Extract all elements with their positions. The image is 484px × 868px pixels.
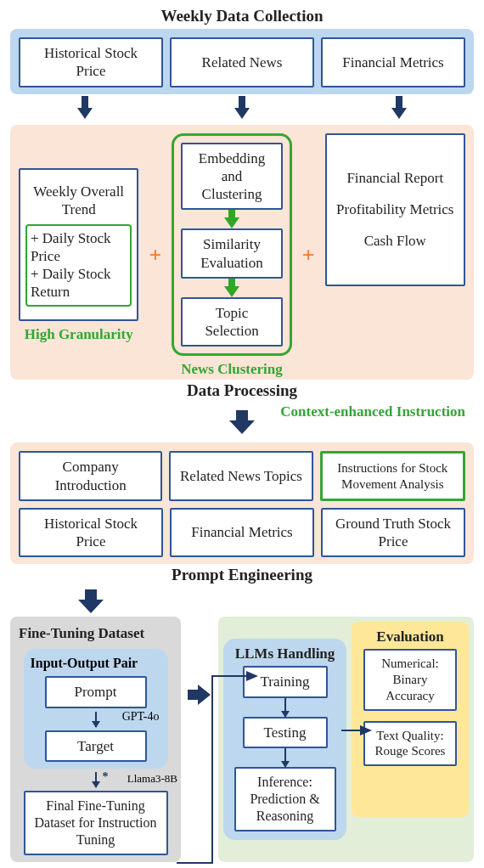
title-input-output: Input-Output Pair (31, 656, 138, 671)
panel-evaluation: Evaluation Numerical: Binary Accuracy Te… (352, 622, 469, 817)
panel-prompt-eng: Company Introduction Related News Topics… (10, 442, 474, 564)
box-hist-price: Historical Stock Price (19, 37, 163, 87)
panel-llm-handling: LLMs Handling Training Testing Inference… (223, 639, 346, 840)
cluster-news: Embedding and Clustering Similarity Eval… (172, 133, 291, 357)
label-weekly-trend: Weekly Overall Trend (25, 183, 132, 219)
section-title-prompt-eng: Prompt Engineering (172, 566, 312, 584)
panel-data-processing: Weekly Overall Trend + Daily Stock Price… (10, 125, 474, 380)
label-cash-flow: Cash Flow (364, 232, 426, 250)
box-eval-numerical: Numerical: Binary Accuracy (363, 649, 457, 710)
plus-icon: + (299, 243, 318, 268)
box-related-news: Related News (170, 37, 314, 87)
label-llama: Llama3-8B (127, 772, 177, 786)
section-title-collection: Weekly Data Collection (160, 7, 323, 25)
arrow-right-icon (188, 685, 211, 705)
box-training: Training (243, 666, 328, 697)
box-fin-metrics2: Financial Metrics (170, 508, 314, 558)
title-llm-handling: LLMs Handling (235, 645, 335, 662)
box-eval-text: Text Quality: Rouge Scores (363, 721, 457, 767)
label-context-enhanced: Context-enhanced Instruction (280, 403, 465, 420)
arrow-down-icon (95, 772, 97, 787)
box-hist-price2: Historical Stock Price (19, 508, 163, 558)
box-final-ft: Final Fine-Tuning Dataset for Instructio… (24, 791, 168, 855)
plus-icon: + (145, 243, 165, 268)
arrow-down-icon (284, 698, 286, 717)
panel-input-output: Input-Output Pair Prompt GPT-4o Target (24, 649, 168, 769)
title-evaluation: Evaluation (376, 628, 443, 645)
arrow-down-icon (391, 96, 407, 120)
box-company-intro: Company Introduction (19, 451, 162, 501)
panel-green-wrap: LLMs Handling Training Testing Inference… (218, 617, 474, 862)
panel-collection: Historical Stock Price Related News Fina… (10, 29, 474, 94)
arrow-down-icon (95, 712, 97, 727)
bottom-row: Fine-Tuning Dataset Input-Output Pair Pr… (10, 617, 474, 862)
box-inference: Inference: Prediction & Reasoning (234, 767, 336, 831)
star-icon: * (103, 770, 109, 784)
box-sim-eval: Similarity Evaluation (181, 228, 282, 279)
box-instructions: Instructions for Stock Movement Analysis (320, 451, 465, 501)
box-fin-right: Financial Report Profitability Metrics C… (325, 133, 465, 286)
title-fine-tuning: Fine-Tuning Dataset (19, 625, 144, 642)
box-weekly-trend: Weekly Overall Trend + Daily Stock Price… (19, 168, 138, 321)
label-daily-return: + Daily Stock Return (31, 265, 127, 302)
box-target: Target (45, 730, 147, 762)
box-prompt: Prompt (45, 676, 147, 707)
box-topic-sel: Topic Selection (181, 297, 282, 347)
arrow-down-icon (229, 410, 255, 436)
box-embed: Embedding and Clustering (181, 143, 282, 211)
section-title-data-processing: Data Processing (187, 381, 297, 400)
label-prof-metrics: Profitability Metrics (336, 200, 453, 218)
arrow-down-icon (77, 96, 93, 120)
label-high-granularity: High Granularity (25, 326, 133, 343)
highlight-granularity: + Daily Stock Price + Daily Stock Return (25, 224, 132, 307)
label-fin-report: Financial Report (346, 169, 443, 187)
label-news-clustering: News Clustering (181, 361, 282, 378)
arrow-down-icon (284, 748, 286, 767)
arrow-down-icon (234, 96, 250, 120)
box-related-topics: Related News Topics (169, 451, 312, 501)
arrow-down-icon (78, 589, 104, 615)
label-daily-price: + Daily Stock Price (31, 229, 127, 266)
box-fin-metrics: Financial Metrics (321, 37, 465, 87)
box-gt-stock: Ground Truth Stock Price (321, 508, 465, 558)
panel-fine-tuning: Fine-Tuning Dataset Input-Output Pair Pr… (10, 617, 181, 862)
arrow-down-icon (224, 210, 239, 228)
label-gpt: GPT-4o (122, 710, 160, 724)
box-testing: Testing (243, 717, 328, 748)
arrow-down-icon (224, 279, 239, 297)
